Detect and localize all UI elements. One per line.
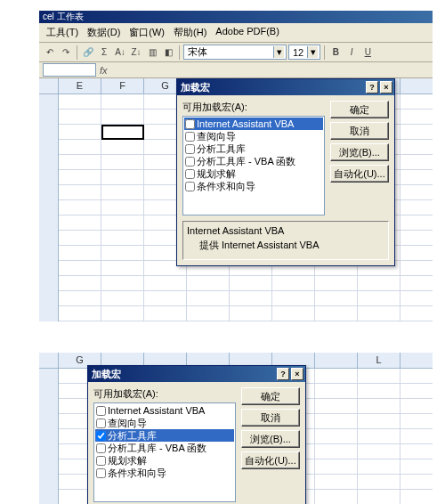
addin-checkbox[interactable]: [96, 431, 106, 441]
dialog-title-bar[interactable]: 加载宏 ? ×: [88, 366, 305, 382]
cell[interactable]: [101, 110, 144, 124]
cell[interactable]: [59, 261, 101, 275]
cell[interactable]: [59, 291, 101, 305]
addin-checkbox[interactable]: [96, 456, 106, 466]
row-header[interactable]: [39, 490, 59, 504]
cell[interactable]: [315, 276, 358, 290]
addin-checkbox[interactable]: [185, 144, 195, 154]
cell[interactable]: [59, 185, 101, 199]
row-header[interactable]: [39, 140, 59, 155]
row-header[interactable]: [39, 399, 59, 414]
list-item[interactable]: 分析工具库: [184, 142, 323, 155]
hyperlink-icon[interactable]: 🔗: [81, 45, 95, 60]
cell[interactable]: [358, 291, 400, 305]
select-all-corner[interactable]: [39, 78, 59, 93]
cell[interactable]: [144, 291, 187, 305]
cancel-button[interactable]: 取消: [241, 409, 300, 427]
addin-checkbox[interactable]: [185, 132, 195, 142]
cell[interactable]: [358, 414, 400, 428]
row-header[interactable]: [39, 414, 59, 429]
cell[interactable]: [315, 475, 358, 489]
cell[interactable]: [272, 276, 315, 290]
cell[interactable]: [358, 475, 400, 489]
row-header[interactable]: [39, 125, 59, 140]
font-size-select[interactable]: 12 ▾: [288, 45, 320, 60]
fx-icon[interactable]: fx: [100, 65, 108, 76]
cell[interactable]: [101, 170, 144, 184]
cell[interactable]: [230, 291, 272, 305]
row-header[interactable]: [39, 185, 59, 200]
name-box[interactable]: [43, 63, 96, 77]
list-item[interactable]: 分析工具库 - VBA 函数: [184, 155, 323, 167]
cell[interactable]: [315, 490, 358, 504]
select-all-corner[interactable]: [39, 353, 59, 368]
table-row[interactable]: [39, 306, 433, 321]
cell[interactable]: [101, 185, 144, 199]
list-item[interactable]: 查阅向导: [184, 130, 323, 142]
cell[interactable]: [315, 306, 358, 321]
sort-desc-icon[interactable]: Z↓: [129, 45, 143, 60]
sort-asc-icon[interactable]: A↓: [113, 45, 127, 60]
row-header[interactable]: [39, 94, 59, 110]
cell[interactable]: [230, 276, 272, 290]
menu-tools[interactable]: 工具(T): [43, 25, 82, 40]
list-item[interactable]: 规划求解: [184, 167, 323, 180]
row-header[interactable]: [39, 459, 59, 475]
cell[interactable]: [101, 125, 144, 139]
help-button[interactable]: ?: [277, 368, 289, 380]
addin-checkbox[interactable]: [96, 443, 106, 453]
list-item[interactable]: 条件求和向导: [95, 467, 234, 479]
object-icon[interactable]: ◧: [161, 45, 175, 60]
automation-button[interactable]: 自动化(U)...: [330, 165, 389, 183]
row-header[interactable]: [39, 384, 59, 399]
cell[interactable]: [101, 94, 144, 109]
list-item[interactable]: Internet Assistant VBA: [95, 404, 234, 417]
cell[interactable]: [358, 369, 400, 383]
list-item[interactable]: 规划求解: [95, 454, 234, 467]
addin-checkbox[interactable]: [185, 157, 195, 167]
addin-checkbox[interactable]: [185, 119, 195, 129]
cell[interactable]: [358, 459, 400, 474]
table-row[interactable]: [39, 276, 433, 291]
list-item[interactable]: 查阅向导: [95, 417, 234, 429]
cell[interactable]: [358, 384, 400, 398]
cell[interactable]: [59, 306, 101, 321]
addin-checkbox[interactable]: [96, 419, 106, 428]
cell[interactable]: [101, 306, 144, 321]
addin-checkbox[interactable]: [96, 406, 106, 416]
row-header[interactable]: [39, 276, 59, 291]
cell[interactable]: [315, 414, 358, 428]
cell[interactable]: [144, 276, 187, 290]
column-header[interactable]: L: [358, 353, 400, 368]
ok-button[interactable]: 确定: [241, 387, 300, 405]
cell[interactable]: [101, 155, 144, 169]
row-header[interactable]: [39, 429, 59, 444]
row-header[interactable]: [39, 246, 59, 261]
cell[interactable]: [101, 215, 144, 230]
cell[interactable]: [315, 444, 358, 459]
cell[interactable]: [187, 306, 230, 321]
row-header[interactable]: [39, 291, 59, 306]
bold-button[interactable]: B: [328, 45, 343, 60]
chart-icon[interactable]: ▥: [145, 45, 159, 60]
column-header[interactable]: [315, 353, 358, 368]
addin-checkbox[interactable]: [185, 169, 195, 179]
cell[interactable]: [59, 94, 101, 109]
cell[interactable]: [315, 459, 358, 474]
row-header[interactable]: [39, 306, 59, 321]
row-header[interactable]: [39, 155, 59, 170]
list-item[interactable]: 分析工具库 - VBA 函数: [95, 442, 234, 454]
list-item[interactable]: Internet Assistant VBA: [184, 118, 323, 130]
cell[interactable]: [315, 429, 358, 443]
cell[interactable]: [272, 306, 315, 321]
redo-icon[interactable]: ↷: [59, 45, 73, 60]
cell[interactable]: [358, 429, 400, 443]
cell[interactable]: [59, 170, 101, 184]
automation-button[interactable]: 自动化(U)...: [241, 451, 300, 469]
cell[interactable]: [59, 215, 101, 230]
addin-checkbox[interactable]: [185, 182, 195, 191]
cell[interactable]: [59, 246, 101, 260]
cell[interactable]: [101, 200, 144, 215]
cell[interactable]: [358, 306, 400, 321]
column-header[interactable]: F: [101, 78, 144, 93]
